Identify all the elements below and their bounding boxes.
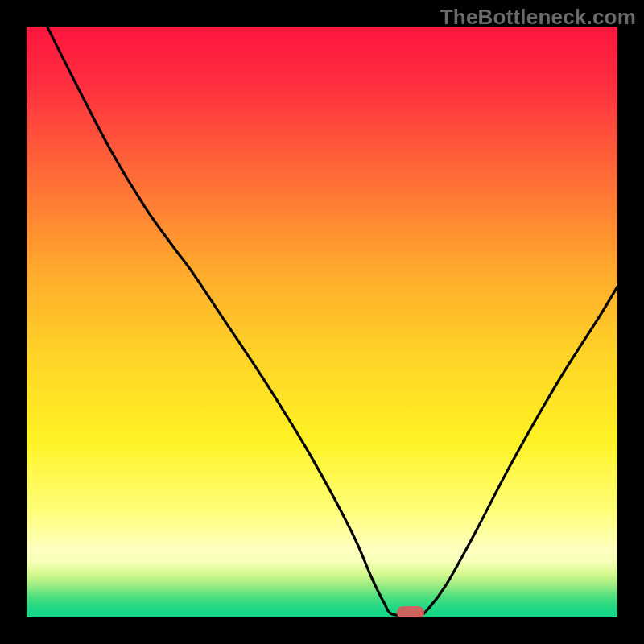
bottleneck-curve <box>27 27 617 617</box>
chart-frame: TheBottleneck.com <box>0 0 644 644</box>
plot-area <box>27 27 617 617</box>
optimal-marker <box>397 606 424 617</box>
